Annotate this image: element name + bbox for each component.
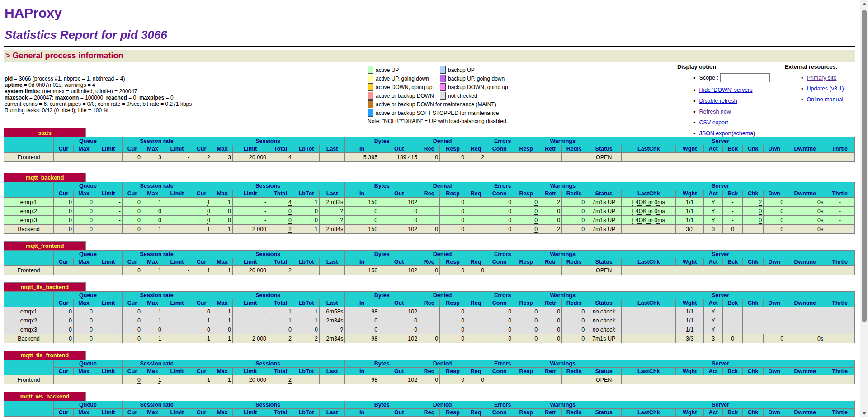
cell-value: 0 — [90, 226, 93, 232]
column-header: Redis — [562, 368, 586, 375]
cell: 102 — [379, 225, 419, 234]
display-option-link[interactable]: JSON export — [699, 130, 732, 137]
cell: 0 — [268, 207, 293, 216]
stats-table: QueueSession rateSessionsBytesDeniedErro… — [4, 401, 855, 417]
display-option-link[interactable]: Refresh now — [699, 109, 731, 115]
column-group-header: Denied — [419, 251, 466, 258]
cell — [486, 375, 513, 384]
display-option-link[interactable]: schema — [733, 130, 753, 137]
column-header: Req — [466, 258, 486, 266]
cell: 150 — [345, 198, 379, 207]
scroll-down-arrow-icon[interactable] — [860, 409, 868, 417]
cell-value: 0 — [228, 208, 231, 214]
column-header: Conn — [486, 145, 513, 153]
process-info-text: pid — [5, 76, 13, 82]
cell: 1 — [212, 334, 233, 343]
cell — [163, 307, 191, 316]
cell-value: 7m1s UP — [592, 336, 615, 342]
cell-value: - — [732, 199, 734, 205]
cell-value: 0 — [461, 308, 464, 315]
scrollbar-thumb[interactable] — [862, 10, 867, 322]
cell — [486, 153, 513, 162]
scroll-up-arrow-icon[interactable] — [860, 0, 868, 8]
cell-value: 3/3 — [686, 226, 693, 232]
column-header: Act — [704, 258, 723, 266]
column-header: Resp — [513, 368, 539, 375]
column-header-row: CurMaxLimitCurMaxLimitCurMaxLimitTotalLb… — [4, 190, 855, 198]
stats-table: QueueSession rateSessionsBytesDeniedErro… — [4, 182, 855, 234]
display-option-link[interactable]: CSV export — [699, 119, 728, 126]
cell: 1 — [212, 316, 233, 325]
column-header: Thrtle — [825, 258, 855, 266]
scrollbar[interactable] — [860, 0, 868, 417]
column-header: In — [345, 299, 379, 307]
cell: 0 — [562, 216, 586, 225]
cell-value: - — [188, 267, 189, 274]
legend-item: backup DOWN, going up — [440, 83, 508, 91]
cell: 0 — [191, 207, 212, 216]
cell-value: L4OK in 0ms — [632, 199, 665, 206]
cell-value: 1 — [158, 226, 161, 232]
legend-label: backup UP — [448, 67, 475, 73]
process-info-text: = 100000; — [79, 95, 106, 101]
cell-value: - — [732, 317, 734, 324]
cell — [419, 216, 440, 225]
cell — [743, 307, 825, 316]
row-label: Frontend — [4, 375, 54, 384]
cell-value: 0 — [759, 208, 762, 215]
cell-value: 0 — [137, 336, 141, 342]
cell — [163, 316, 191, 325]
cell: 0 — [123, 198, 142, 207]
column-group-header: Server — [586, 182, 855, 190]
cell: 102 — [379, 307, 419, 316]
column-header: LbTot — [293, 299, 320, 307]
column-header: Resp — [440, 258, 466, 266]
cell: 0 — [562, 316, 586, 325]
external-resource-link[interactable]: Primary site — [807, 75, 837, 81]
stats-table: QueueSession rateSessionsBytesDeniedErro… — [4, 360, 855, 384]
scope-input[interactable] — [720, 73, 770, 82]
external-resource-link[interactable]: Online manual — [807, 96, 844, 103]
cell: 0 — [440, 153, 466, 162]
cell-value: 0 — [137, 317, 141, 324]
cell — [513, 375, 539, 384]
column-header: In — [345, 258, 379, 266]
cell — [539, 266, 562, 275]
cell-value: 1 — [158, 308, 161, 315]
table-row: emqx100-0101-116m58s9810200000no check1/… — [4, 307, 855, 316]
display-option-row: •Disable refresh — [693, 97, 770, 105]
cell-value: - — [119, 208, 121, 214]
cell: 0 — [513, 207, 539, 216]
column-header: Retr — [539, 190, 562, 198]
cell-value: 2 — [288, 226, 292, 233]
cell: - — [825, 325, 855, 334]
external-resource-link[interactable]: Updates (v3.1) — [807, 85, 844, 92]
cell-value: 0 — [288, 208, 292, 215]
cell: L4OK in 0ms — [622, 198, 676, 207]
cell-value: 1/1 — [686, 327, 693, 333]
cell: 2 — [743, 198, 764, 207]
cell: 2 — [268, 334, 293, 343]
cell: 0 — [764, 216, 785, 225]
cell-value: - — [264, 317, 266, 324]
cell: 1 — [191, 225, 212, 234]
cell-value: 0 — [780, 336, 783, 342]
cell-value: - — [732, 208, 734, 214]
display-option-link[interactable]: Disable refresh — [699, 98, 737, 104]
cell-value: - — [264, 308, 266, 315]
cell-value: 0 — [288, 327, 292, 333]
cell: - — [825, 307, 855, 316]
column-header: Max — [74, 409, 94, 417]
cell-value: 0 — [374, 208, 377, 214]
cell-value: 2m34s — [326, 336, 344, 342]
display-option-link[interactable]: Hide 'DOWN' servers — [699, 87, 753, 93]
cell — [54, 153, 123, 162]
cell: Y — [704, 216, 723, 225]
scope-row: • Scope : — [693, 74, 770, 82]
cell-value: 1 — [158, 199, 161, 205]
cell: 0 — [268, 216, 293, 225]
cell-value: 0 — [228, 217, 231, 223]
cell: Y — [704, 198, 723, 207]
column-header-row: CurMaxLimitCurMaxLimitCurMaxLimitTotalLb… — [4, 299, 855, 307]
cell: 2m34s — [320, 334, 345, 343]
